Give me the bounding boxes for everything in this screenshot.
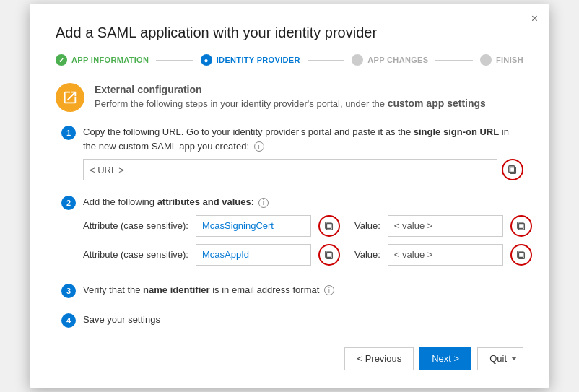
attr-copy-btn-2[interactable] [318,244,340,266]
step-app-changes: APP CHANGES [352,54,428,66]
copy-icon-value-1 [516,221,526,231]
quit-button[interactable]: Quit [477,347,523,370]
step-3-text-pre: Verify that the [83,284,143,295]
value-copy-btn-1[interactable] [510,215,532,237]
copy-icon-attr-2 [324,250,334,260]
step-4-text: Save your settings [83,313,523,327]
external-config-icon [56,83,84,112]
dialog-title: Add a SAML application with your identit… [56,25,523,41]
step-label-app-information: APP INFORMATION [71,56,149,64]
step-icon-app-information: ✓ [56,54,67,66]
step-num-1: 1 [61,126,76,140]
stepper: ✓ APP INFORMATION ● IDENTITY PROVIDER AP… [56,54,523,66]
value-label-2: Value: [354,249,380,260]
step-item-4: 4 Save your settings [61,313,523,333]
step-2-text-pre: Add the following [83,196,157,207]
step-1-info-icon[interactable]: i [254,141,264,152]
attr-copy-btn-1[interactable] [318,215,340,237]
section-desc-bold: custom app settings [388,97,486,109]
attr-input-2[interactable] [196,244,311,266]
step-3-text-post: is in email address format [210,284,320,295]
step-item-1: 1 Copy the following URL. Go to your ide… [61,125,523,185]
next-button[interactable]: Next > [419,347,471,370]
copy-icon-attr-1 [324,221,334,231]
main-dialog: × Add a SAML application with your ident… [30,4,549,388]
url-copy-button[interactable] [502,159,523,180]
attr-row-2: Attribute (case sensitive): Value: [83,244,532,266]
step-icon-identity-provider: ● [201,54,212,66]
step-finish: FINISH [480,54,523,66]
steps-list: 1 Copy the following URL. Go to your ide… [56,125,523,333]
external-link-icon [62,90,78,105]
url-input[interactable] [83,159,497,180]
section-description: External configuration Perform the follo… [95,82,486,109]
quit-chevron-icon [511,357,517,360]
step-line-1 [156,60,193,61]
section-header: External configuration Perform the follo… [56,82,523,112]
step-num-3: 3 [61,284,76,298]
step-4-content: Save your settings [83,313,523,333]
value-label-1: Value: [354,220,380,231]
step-1-text-pre: Copy the following URL. Go to your ident… [83,126,414,137]
previous-button[interactable]: < Previous [344,347,414,370]
url-input-row [83,159,523,180]
copy-icon-value-2 [516,250,526,260]
step-3-info-icon[interactable]: i [324,285,334,295]
copy-icon [508,165,518,175]
step-label-finish: FINISH [496,56,523,64]
step-app-information: ✓ APP INFORMATION [56,54,149,66]
close-button[interactable]: × [531,13,538,25]
step-line-3 [435,60,473,61]
step-item-2: 2 Add the following attributes and value… [61,195,523,273]
step-1-content: Copy the following URL. Go to your ident… [83,125,523,185]
step-2-content: Add the following attributes and values:… [83,195,532,273]
step-1-text-bold: single sign-on URL [414,126,499,137]
step-2-info-icon[interactable]: i [258,198,269,208]
step-item-3: 3 Verify that the name identifier is in … [61,283,523,303]
value-input-1[interactable] [388,215,503,237]
section-desc-pre: Perform the following steps in your iden… [95,98,388,109]
attr-label-2: Attribute (case sensitive): [83,249,188,260]
value-input-2[interactable] [388,244,503,266]
attr-label-1: Attribute (case sensitive): [83,220,188,231]
step-num-4: 4 [61,313,76,328]
value-copy-btn-2[interactable] [510,244,532,266]
step-label-identity-provider: IDENTITY PROVIDER [217,56,300,64]
section-title: External configuration [95,84,202,95]
step-icon-finish [480,54,492,66]
step-icon-app-changes [352,54,363,66]
step-2-text-post: : [251,196,254,207]
quit-label: Quit [489,353,507,364]
step-identity-provider: ● IDENTITY PROVIDER [201,54,300,66]
step-3-content: Verify that the name identifier is in em… [83,283,523,303]
step-3-text-bold: name identifier [143,284,209,295]
step-2-text-bold: attributes and values [157,196,251,207]
attr-row-1: Attribute (case sensitive): Value: [83,215,532,237]
attr-input-1[interactable] [196,215,311,237]
dialog-footer: < Previous Next > Quit [56,347,523,370]
step-num-2: 2 [61,196,76,210]
step-label-app-changes: APP CHANGES [367,56,428,64]
step-line-2 [308,60,345,61]
